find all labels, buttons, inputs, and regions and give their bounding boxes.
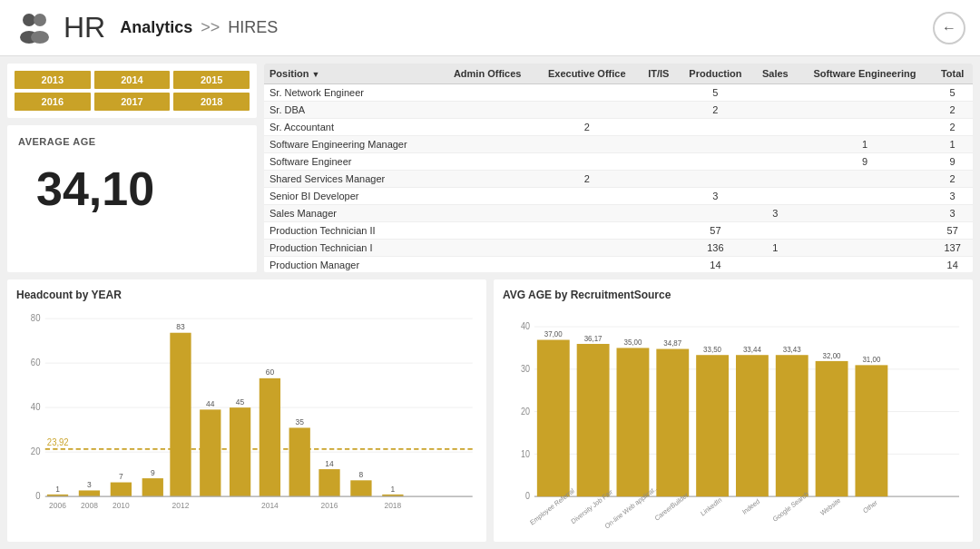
cell-value	[640, 205, 678, 222]
svg-text:2016: 2016	[321, 501, 338, 510]
svg-text:32,00: 32,00	[823, 350, 841, 360]
avg-age-label: AVERAGE AGE	[18, 136, 246, 147]
svg-point-3	[31, 31, 49, 44]
cell-value	[753, 102, 797, 119]
cell-value	[441, 102, 534, 119]
cell-value	[640, 222, 678, 240]
svg-rect-82	[855, 365, 887, 496]
cell-value	[640, 84, 678, 102]
svg-text:2012: 2012	[172, 501, 190, 510]
col-software: Software Engineering	[798, 64, 933, 84]
left-panel: 2013 2014 2015 2016 2017 2018 AVERAGE AG…	[7, 64, 257, 272]
cell-value: 3	[678, 188, 753, 205]
year-grid: 2013 2014 2015 2016 2017 2018	[15, 71, 250, 111]
svg-rect-30	[200, 409, 220, 496]
cell-value: 137	[932, 240, 973, 257]
cell-value	[640, 240, 678, 257]
year-btn-2016[interactable]: 2016	[15, 93, 91, 111]
cell-value	[753, 257, 797, 273]
svg-text:Website: Website	[819, 495, 842, 517]
hires-table-panel: Position ▼ Admin Offices Executive Offic…	[264, 64, 973, 272]
cell-value: 57	[932, 222, 973, 240]
avg-age-chart-panel: AVG AGE by RecruitmentSource 40 30 20 10	[494, 279, 973, 542]
cell-value: 3	[932, 188, 973, 205]
cell-value: 2	[932, 119, 973, 136]
table-row: Software Engineering Manager11	[264, 136, 973, 153]
cell-position: Production Technician I	[264, 240, 441, 257]
cell-value	[640, 153, 678, 171]
svg-rect-34	[260, 378, 280, 496]
cell-value: 1	[753, 240, 797, 257]
table-row: Sales Manager33	[264, 205, 973, 222]
cell-value	[441, 119, 534, 136]
cell-value	[640, 119, 678, 136]
breadcrumb: Analytics >> HIRES	[120, 18, 933, 37]
back-button[interactable]: ←	[933, 12, 965, 44]
cell-value	[678, 205, 753, 222]
year-btn-2017[interactable]: 2017	[94, 93, 171, 111]
cell-value: 2	[678, 102, 753, 119]
svg-text:20: 20	[521, 406, 530, 417]
table-row: Production Technician II5757	[264, 222, 973, 240]
svg-text:40: 40	[521, 321, 530, 332]
svg-text:2010: 2010	[113, 501, 130, 510]
cell-value	[798, 188, 933, 205]
svg-rect-64	[617, 348, 650, 496]
svg-rect-67	[656, 349, 689, 497]
svg-text:60: 60	[266, 368, 275, 377]
table-scroll[interactable]: Position ▼ Admin Offices Executive Offic…	[264, 64, 973, 272]
cell-value	[798, 240, 933, 257]
cell-value	[534, 102, 640, 119]
svg-text:2006: 2006	[49, 501, 66, 510]
svg-rect-73	[736, 355, 769, 496]
cell-value: 3	[753, 205, 797, 222]
cell-value	[441, 240, 534, 257]
svg-rect-19	[79, 490, 100, 496]
hires-table: Position ▼ Admin Offices Executive Offic…	[264, 64, 973, 272]
cell-value: 2	[932, 171, 973, 188]
cell-value: 9	[798, 153, 933, 171]
cell-value	[753, 171, 797, 188]
cell-value: 5	[932, 84, 973, 102]
svg-rect-32	[230, 407, 250, 496]
cell-value: 1	[932, 136, 973, 153]
year-btn-2013[interactable]: 2013	[15, 71, 91, 89]
svg-text:2014: 2014	[261, 501, 279, 510]
cell-value	[441, 171, 534, 188]
svg-rect-79	[816, 361, 848, 496]
cell-position: Sales Manager	[264, 205, 441, 222]
svg-text:Indeed: Indeed	[740, 497, 760, 516]
svg-text:80: 80	[31, 313, 41, 323]
svg-text:0: 0	[525, 491, 530, 502]
svg-text:34,87: 34,87	[663, 338, 681, 348]
avg-age-value: 34,10	[36, 162, 246, 216]
svg-text:9: 9	[151, 468, 155, 477]
col-total: Total	[932, 64, 973, 84]
svg-point-1	[34, 14, 46, 26]
cell-value	[753, 119, 797, 136]
cell-value	[753, 153, 797, 171]
col-itis: IT/IS	[640, 64, 678, 84]
year-btn-2015[interactable]: 2015	[173, 71, 250, 89]
svg-text:40: 40	[31, 402, 41, 412]
col-production: Production	[678, 64, 753, 84]
cell-value: 57	[678, 222, 753, 240]
cell-value: 2	[534, 119, 640, 136]
svg-rect-42	[350, 480, 371, 496]
year-btn-2014[interactable]: 2014	[94, 71, 171, 89]
year-btn-2018[interactable]: 2018	[173, 93, 250, 111]
svg-text:3: 3	[87, 480, 92, 489]
cell-value: 1	[798, 136, 933, 153]
svg-text:1: 1	[55, 484, 60, 493]
svg-text:35: 35	[295, 417, 304, 426]
cell-value	[534, 240, 640, 257]
svg-rect-37	[289, 427, 310, 496]
table-row: Senior BI Developer33	[264, 188, 973, 205]
table-row: Shared Services Manager22	[264, 171, 973, 188]
cell-position: Production Manager	[264, 257, 441, 273]
svg-text:23,92: 23,92	[47, 437, 69, 447]
headcount-chart-panel: Headcount by YEAR 80 60 40 20 0	[7, 279, 486, 542]
svg-text:LinkedIn: LinkedIn	[700, 495, 723, 518]
svg-rect-22	[111, 483, 132, 497]
cell-position: Sr. DBA	[264, 102, 441, 119]
